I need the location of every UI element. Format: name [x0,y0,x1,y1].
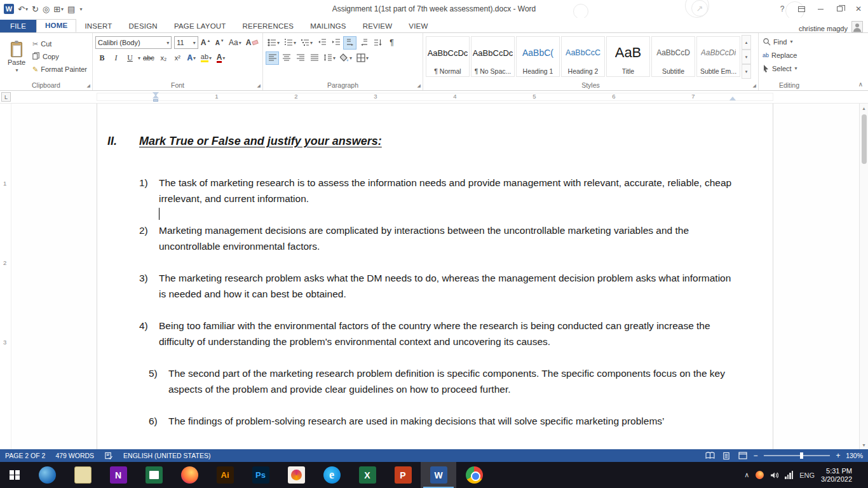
collapse-ribbon-button[interactable]: ∧ [858,81,863,88]
tab-selector[interactable]: L [1,92,11,102]
tab-design[interactable]: DESIGN [121,20,166,32]
taskbar-sticky-notes[interactable] [65,462,100,488]
document-page[interactable]: II. Mark True or False and justify your … [97,104,773,449]
tab-mailings[interactable]: MAILINGS [302,20,355,32]
line-spacing-button[interactable]: ▾ [322,51,337,65]
network-signal-icon[interactable] [785,471,793,479]
shrink-font-button[interactable]: A▼ [213,36,226,50]
save-button[interactable]: ▤ [67,4,75,14]
bold-button[interactable]: B [95,51,109,65]
font-name-select[interactable]: Calibri (Body) ▾ [95,36,172,49]
strikethrough-button[interactable]: abc [141,51,156,65]
underline-button[interactable]: U [123,51,137,65]
read-mode-button[interactable] [702,449,718,462]
dialog-launcher-icon[interactable]: ◢ [257,83,261,88]
sort-button[interactable] [371,36,384,50]
change-case-button[interactable]: Aa▾ [227,36,243,50]
replace-button[interactable]: ab Replace [761,49,817,61]
cut-button[interactable]: ✂ Cut [31,37,89,50]
start-button[interactable] [0,462,29,488]
left-to-right-direction-button[interactable] [343,36,356,50]
customize-qat-button[interactable]: ▾ [79,6,82,12]
tab-file[interactable]: FILE [0,20,36,32]
zoom-slider-thumb[interactable] [800,452,803,459]
style-subtle-emphasis[interactable]: AaBbCcDi Subtle Em... [696,36,740,77]
superscript-button[interactable]: x² [171,51,184,65]
minimize-button[interactable] [811,1,830,17]
dialog-launcher-icon[interactable]: ◢ [753,83,756,88]
italic-button[interactable]: I [109,51,123,65]
styles-scroll-down-button[interactable]: ▾ [742,50,751,64]
align-left-button[interactable] [266,51,279,65]
taskbar-chrome[interactable] [456,462,492,488]
firefox-tray-icon[interactable] [756,471,764,479]
scrollbar-thumb[interactable] [862,114,867,164]
scroll-up-arrow[interactable]: ▴ [860,104,868,112]
clear-formatting-button[interactable]: A [244,36,260,50]
tab-insert[interactable]: INSERT [76,20,120,32]
font-size-select[interactable]: 11 ▾ [174,36,198,49]
styles-gallery-more-button[interactable]: ▾ [742,64,751,79]
style-heading-1[interactable]: AaBbC( Heading 1 [516,36,560,77]
styles-scroll-up-button[interactable]: ▴ [742,35,751,50]
zoom-in-button[interactable]: + [834,451,843,460]
taskbar-edge[interactable]: e [314,462,349,488]
user-avatar[interactable] [851,21,863,32]
dialog-launcher-icon[interactable]: ◢ [417,83,421,88]
volume-icon[interactable] [770,471,778,479]
copy-button[interactable]: Copy [31,50,89,63]
touch-mode-button[interactable]: ◎ [43,4,50,14]
taskbar-firefox[interactable] [172,462,207,488]
style-no-spacing[interactable]: AaBbCcDc ¶ No Spac... [471,36,515,77]
shading-button[interactable]: ▾ [338,51,354,65]
subscript-button[interactable]: x₂ [157,51,170,65]
text-effects-button[interactable]: A▾ [185,51,198,65]
style-heading-2[interactable]: AaBbCcC Heading 2 [561,36,605,77]
language-tray-label[interactable]: ENG [799,471,815,479]
find-button[interactable]: Find ▾ [761,36,817,48]
tab-page-layout[interactable]: PAGE LAYOUT [166,20,234,32]
signed-in-user[interactable]: christine magdy [799,25,848,32]
tab-references[interactable]: REFERENCES [234,20,302,32]
hidden-icons-chevron[interactable]: ∧ [744,471,749,479]
taskbar-clock[interactable]: 5:31 PM 3/20/2022 [821,467,856,484]
paste-button[interactable]: Paste ▾ [3,35,31,79]
taskbar-powerpoint[interactable]: P [385,462,421,488]
taskbar-photoshop[interactable]: Ps [243,462,278,488]
decrease-indent-button[interactable] [315,36,329,50]
multilevel-list-button[interactable]: ▾ [299,36,315,50]
font-color-button[interactable]: A▾ [214,51,227,65]
style-subtitle[interactable]: AaBbCcD Subtitle [651,36,695,77]
proofing-icon[interactable] [99,449,118,462]
vertical-scrollbar[interactable]: ▴ ▾ [859,104,868,449]
chevron-down-icon[interactable]: ▾ [138,55,140,61]
align-right-button[interactable] [294,51,307,65]
highlight-color-button[interactable]: ab▾ [199,51,214,65]
zoom-out-button[interactable]: − [751,451,760,460]
increase-indent-button[interactable] [329,36,342,50]
tab-review[interactable]: REVIEW [355,20,401,32]
taskbar-paint-tool[interactable] [278,462,314,488]
style-title[interactable]: AaB Title [606,36,650,77]
grow-font-button[interactable]: A▲ [199,36,212,50]
borders-button[interactable]: ▾ [355,51,370,65]
right-indent-marker[interactable] [729,97,736,100]
select-button[interactable]: Select ▾ [761,62,817,74]
ribbon-display-options-button[interactable] [792,1,811,17]
taskbar-illustrator[interactable]: Ai [207,462,243,488]
zoom-slider[interactable] [764,455,830,456]
undo-button[interactable]: ↶▾ [18,4,28,14]
page-indicator[interactable]: PAGE 2 OF 2 [0,449,50,462]
taskbar-reader[interactable] [136,462,172,488]
numbering-button[interactable]: ▾ [282,36,298,50]
table-quick-button[interactable]: ⊞▾ [53,4,64,14]
left-indent-marker[interactable] [153,99,158,102]
justify-button[interactable] [308,51,321,65]
taskbar-onenote[interactable]: N [100,462,136,488]
tab-view[interactable]: VIEW [400,20,436,32]
web-layout-button[interactable] [735,449,751,462]
taskbar-word-active[interactable]: W [421,462,456,488]
restore-button[interactable] [830,1,849,17]
show-formatting-marks-button[interactable]: ¶ [385,36,398,50]
hanging-indent-marker[interactable] [153,95,159,98]
